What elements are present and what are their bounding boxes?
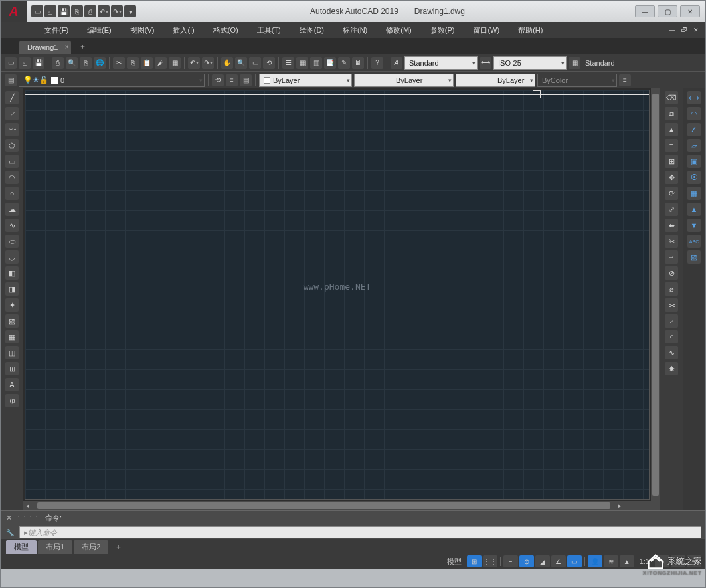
- designcenter-icon[interactable]: ▦: [296, 57, 308, 69]
- isodraft-icon[interactable]: ◢: [535, 555, 550, 567]
- polyline-icon[interactable]: 〰: [5, 123, 19, 136]
- otrack-toggle-icon[interactable]: ▭: [567, 555, 582, 567]
- redo-icon[interactable]: ↷▾: [202, 57, 214, 69]
- 3ddwf-icon[interactable]: 🌐: [94, 57, 106, 69]
- grid-toggle-icon[interactable]: ⊞: [467, 555, 482, 567]
- minimize-button[interactable]: —: [635, 5, 655, 17]
- layout-tab-add[interactable]: ＋: [110, 540, 128, 554]
- redo-icon[interactable]: ↷▾: [111, 5, 123, 17]
- zoom-icon[interactable]: 🔍: [235, 57, 247, 69]
- zoom-window-icon[interactable]: ▭: [249, 57, 261, 69]
- doc-minimize-icon[interactable]: —: [667, 25, 677, 35]
- circle-icon[interactable]: ○: [5, 187, 19, 200]
- menu-window[interactable]: 窗口(W): [464, 23, 509, 38]
- tab-add-button[interactable]: ＋: [74, 39, 92, 54]
- line-icon[interactable]: ╱: [5, 91, 19, 104]
- spline-icon[interactable]: ∿: [5, 219, 19, 232]
- undo-icon[interactable]: ↶▾: [98, 5, 110, 17]
- volume-icon[interactable]: ▣: [687, 155, 701, 168]
- transparency-icon[interactable]: ≋: [604, 555, 618, 567]
- matchprop-icon[interactable]: 🖌: [155, 57, 167, 69]
- mirror-icon[interactable]: ▲: [665, 123, 678, 136]
- blockeditor-icon[interactable]: ▦: [169, 57, 181, 69]
- gradient-icon[interactable]: ▦: [5, 330, 19, 343]
- rotate-icon[interactable]: ⟳: [665, 187, 678, 200]
- insert-block-icon[interactable]: ◧: [5, 266, 19, 280]
- tablestyle-icon[interactable]: ▦: [569, 57, 580, 69]
- copy-icon[interactable]: ⎘: [127, 57, 139, 69]
- zoom-previous-icon[interactable]: ⟲: [263, 57, 275, 69]
- menu-parametric[interactable]: 参数(P): [421, 23, 464, 38]
- document-tab[interactable]: Drawing1 ×: [19, 41, 71, 54]
- close-button[interactable]: ✕: [680, 5, 700, 17]
- new-icon[interactable]: ▭: [5, 57, 17, 69]
- layer-previous-icon[interactable]: ⟲: [212, 74, 224, 86]
- plot-preview-icon[interactable]: 🔍: [66, 57, 78, 69]
- layer-combo[interactable]: 💡☀🔓 0: [19, 74, 205, 87]
- help-icon[interactable]: ?: [371, 57, 383, 69]
- vertical-scrollbar[interactable]: [651, 88, 660, 501]
- layout-tab-model[interactable]: 模型: [6, 540, 37, 554]
- cut-icon[interactable]: ✂: [113, 57, 125, 69]
- hatch-icon[interactable]: ▨: [5, 314, 19, 328]
- color-combo[interactable]: ByLayer: [259, 74, 352, 87]
- command-input[interactable]: 键入命令: [19, 526, 701, 538]
- break-at-point-icon[interactable]: ⊘: [665, 266, 678, 280]
- layer-properties-icon[interactable]: ▤: [5, 74, 17, 86]
- hatch-back-icon[interactable]: ▨: [687, 250, 701, 264]
- cmd-handle-icon[interactable]: ⋮⋮⋮⋮: [16, 515, 40, 521]
- construction-line-icon[interactable]: ⟋: [5, 107, 19, 120]
- tab-close-icon[interactable]: ×: [65, 43, 69, 50]
- menu-edit[interactable]: 编辑(E): [78, 23, 121, 38]
- point-icon[interactable]: ✦: [5, 298, 19, 312]
- offset-icon[interactable]: ≡: [665, 139, 678, 152]
- distance-icon[interactable]: ⟷: [687, 91, 701, 104]
- front-icon[interactable]: ▲: [687, 203, 701, 216]
- table-icon[interactable]: ⊞: [5, 362, 19, 375]
- list-icon[interactable]: ≡: [619, 74, 631, 86]
- move-icon[interactable]: ✥: [665, 171, 678, 184]
- back-icon[interactable]: ▼: [687, 219, 701, 232]
- polygon-icon[interactable]: ⬠: [5, 139, 19, 152]
- area-icon[interactable]: ▱: [687, 139, 701, 152]
- abc-icon[interactable]: ABC: [687, 235, 701, 248]
- plot-icon[interactable]: ⎙: [52, 57, 64, 69]
- new-icon[interactable]: ▭: [31, 5, 43, 17]
- addselected-icon[interactable]: ⊕: [5, 394, 19, 407]
- revcloud-icon[interactable]: ☁: [5, 203, 19, 216]
- textstyle-icon[interactable]: A: [391, 57, 402, 69]
- array-icon[interactable]: ⊞: [665, 155, 678, 168]
- layer-state-icon[interactable]: ≡: [226, 74, 238, 86]
- toolpalettes-icon[interactable]: ▥: [310, 57, 322, 69]
- copy-object-icon[interactable]: ⧉: [665, 107, 678, 120]
- open-icon[interactable]: ⎁: [19, 57, 31, 69]
- layout-tab-1[interactable]: 布局1: [38, 540, 72, 554]
- menu-dimension[interactable]: 标注(N): [333, 23, 377, 38]
- cmd-close-icon[interactable]: ✕: [6, 514, 12, 522]
- layout-tab-2[interactable]: 布局2: [74, 540, 108, 554]
- ellipse-icon[interactable]: ⬭: [5, 235, 19, 248]
- quickselect-icon[interactable]: ⦿: [687, 171, 701, 184]
- horizontal-scrollbar[interactable]: ◂▸: [23, 501, 660, 510]
- properties-icon[interactable]: ☰: [282, 57, 294, 69]
- mtext-icon[interactable]: A: [5, 378, 19, 391]
- layer-iso-icon[interactable]: ▤: [240, 74, 252, 86]
- fillet-icon[interactable]: ◜: [665, 330, 678, 343]
- osnap-toggle-icon[interactable]: ∠: [551, 555, 566, 567]
- ellipse-arc-icon[interactable]: ◡: [5, 250, 19, 264]
- radius-icon[interactable]: ◠: [687, 107, 701, 120]
- explode-icon[interactable]: ✸: [665, 362, 678, 375]
- print-icon[interactable]: ⎙: [84, 5, 96, 17]
- markup-icon[interactable]: ✎: [338, 57, 350, 69]
- extend-icon[interactable]: →: [665, 250, 678, 264]
- dimstyle-icon[interactable]: ⟷: [480, 57, 491, 69]
- textstyle-combo[interactable]: Standard: [404, 56, 478, 70]
- scale-icon[interactable]: ⤢: [665, 203, 678, 216]
- erase-icon[interactable]: ⌫: [665, 91, 678, 104]
- snap-toggle-icon[interactable]: ⋮⋮: [483, 555, 497, 567]
- angle-icon[interactable]: ∠: [687, 123, 701, 136]
- open-icon[interactable]: ⎁: [44, 5, 56, 17]
- chamfer-icon[interactable]: ⟋: [665, 314, 678, 328]
- save-icon[interactable]: 💾: [33, 57, 44, 69]
- paste-icon[interactable]: 📋: [141, 57, 153, 69]
